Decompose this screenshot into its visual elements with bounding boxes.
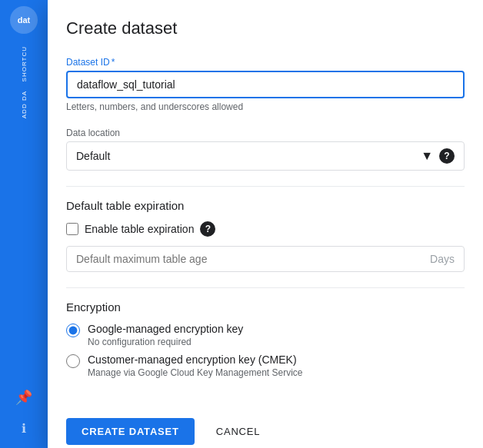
data-location-value: Default bbox=[76, 150, 110, 162]
google-managed-content: Google-managed encryption key No configu… bbox=[88, 323, 243, 347]
dataset-id-field-group: Dataset ID * Letters, numbers, and under… bbox=[66, 57, 465, 112]
google-managed-label: Google-managed encryption key bbox=[88, 323, 243, 335]
main-content: Create dataset Dataset ID * Letters, num… bbox=[48, 0, 483, 448]
sidebar-logo-text: dat bbox=[18, 15, 31, 25]
google-managed-radio-row: Google-managed encryption key No configu… bbox=[66, 323, 465, 347]
dataset-id-input[interactable] bbox=[77, 78, 454, 91]
table-age-input-wrapper[interactable]: Days bbox=[66, 246, 465, 272]
sidebar: dat SHORTCU ADD DA 📌 ℹ bbox=[0, 0, 48, 448]
data-location-field-group: Data location Default ▼ ? bbox=[66, 128, 465, 171]
sidebar-shortcut: SHORTCU bbox=[21, 46, 28, 81]
sidebar-add: ADD DA bbox=[21, 91, 28, 118]
create-dataset-dialog: Create dataset Dataset ID * Letters, num… bbox=[48, 0, 483, 448]
dropdown-arrow-icon: ▼ bbox=[421, 149, 433, 163]
data-location-label: Data location bbox=[66, 128, 465, 138]
enable-expiration-row: Enable table expiration ? bbox=[66, 221, 465, 237]
dialog-body: Dataset ID * Letters, numbers, and under… bbox=[48, 51, 483, 406]
data-location-help-icon[interactable]: ? bbox=[439, 148, 455, 164]
data-location-dropdown[interactable]: Default ▼ ? bbox=[66, 141, 465, 171]
table-expiration-heading: Default table expiration bbox=[66, 199, 465, 212]
table-age-input[interactable] bbox=[76, 253, 430, 265]
dataset-id-label: Dataset ID * bbox=[66, 57, 465, 68]
dataset-id-hint: Letters, numbers, and underscores allowe… bbox=[66, 101, 465, 112]
encryption-section: Encryption Google-managed encryption key… bbox=[66, 300, 465, 378]
sidebar-logo[interactable]: dat bbox=[10, 6, 38, 34]
divider bbox=[66, 186, 465, 187]
customer-managed-label: Customer-managed encryption key (CMEK) bbox=[88, 353, 303, 366]
create-dataset-button[interactable]: CREATE DATASET bbox=[66, 418, 195, 445]
customer-managed-radio-row: Customer-managed encryption key (CMEK) M… bbox=[66, 353, 465, 378]
dialog-title: Create dataset bbox=[48, 0, 483, 51]
enable-expiration-label: Enable table expiration bbox=[85, 223, 194, 235]
google-managed-hint: No configuration required bbox=[88, 337, 243, 347]
encryption-heading: Encryption bbox=[66, 300, 465, 314]
table-expiration-section: Default table expiration Enable table ex… bbox=[66, 199, 465, 272]
customer-managed-radio[interactable] bbox=[66, 354, 80, 368]
dropdown-controls: ▼ ? bbox=[421, 148, 455, 164]
customer-managed-hint: Manage via Google Cloud Key Management S… bbox=[88, 367, 303, 378]
expiration-help-icon[interactable]: ? bbox=[200, 221, 215, 237]
pin-icon: 📌 bbox=[15, 389, 32, 406]
enable-expiration-checkbox[interactable] bbox=[66, 223, 78, 235]
cancel-button[interactable]: CANCEL bbox=[204, 418, 273, 445]
dataset-id-input-wrapper[interactable] bbox=[66, 71, 465, 98]
info-icon: ℹ bbox=[22, 421, 26, 436]
customer-managed-content: Customer-managed encryption key (CMEK) M… bbox=[88, 353, 303, 378]
dialog-footer: CREATE DATASET CANCEL bbox=[48, 406, 483, 448]
divider-2 bbox=[66, 287, 465, 288]
google-managed-radio[interactable] bbox=[66, 324, 80, 337]
table-age-unit: Days bbox=[430, 253, 455, 265]
encryption-radio-group: Google-managed encryption key No configu… bbox=[66, 323, 465, 378]
